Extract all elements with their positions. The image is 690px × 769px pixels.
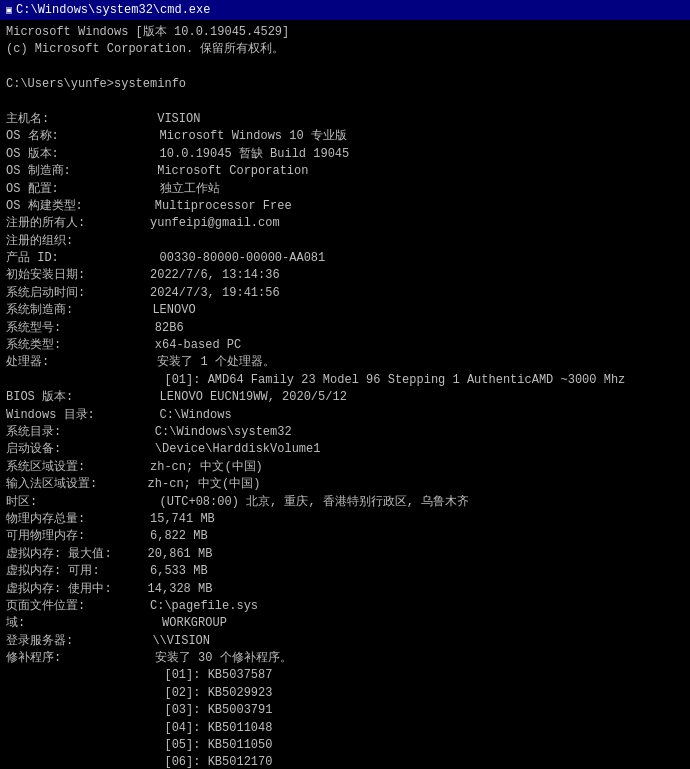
title-bar-icon: ▣ (6, 4, 12, 16)
terminal-window[interactable]: Microsoft Windows [版本 10.0.19045.4529] (… (0, 20, 690, 769)
title-bar-title: C:\Windows\system32\cmd.exe (16, 3, 210, 17)
title-bar: ▣ C:\Windows\system32\cmd.exe (0, 0, 690, 20)
